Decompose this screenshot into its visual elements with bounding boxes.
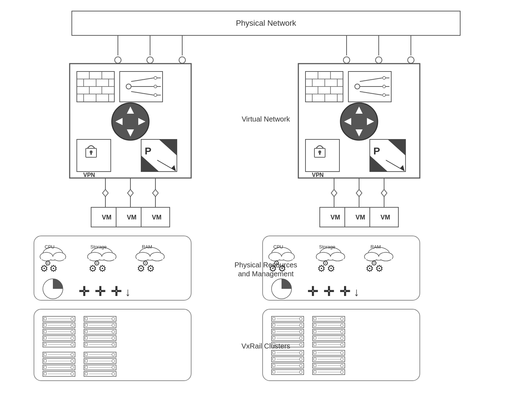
svg-point-245 — [330, 252, 345, 261]
svg-rect-176 — [305, 71, 343, 102]
svg-text:Virtual Network: Virtual Network — [242, 115, 290, 123]
svg-point-195 — [383, 76, 386, 79]
svg-rect-121 — [44, 343, 46, 346]
svg-rect-294 — [314, 330, 316, 333]
svg-rect-48 — [90, 152, 92, 155]
svg-text:P: P — [373, 145, 380, 157]
svg-point-9 — [343, 57, 350, 63]
svg-point-171 — [112, 366, 115, 369]
svg-point-252 — [364, 252, 379, 261]
svg-marker-202 — [356, 107, 363, 114]
svg-line-32 — [131, 92, 154, 95]
svg-rect-46 — [86, 148, 96, 157]
svg-text:⚙: ⚙ — [142, 259, 149, 267]
svg-point-272 — [299, 324, 302, 327]
svg-rect-141 — [85, 343, 88, 346]
svg-point-143 — [112, 343, 115, 346]
svg-rect-264 — [263, 309, 420, 381]
svg-rect-125 — [85, 317, 88, 320]
svg-rect-160 — [84, 352, 116, 357]
diagram-svg: VPN P V VM VM VM — [0, 0, 532, 415]
svg-marker-223 — [356, 189, 362, 197]
svg-rect-325 — [313, 357, 345, 362]
svg-point-82 — [91, 247, 113, 260]
svg-rect-238 — [270, 257, 293, 260]
svg-point-6 — [115, 57, 121, 63]
svg-marker-212 — [370, 139, 406, 172]
svg-point-139 — [112, 337, 115, 340]
svg-text:⚙: ⚙ — [322, 259, 329, 267]
svg-point-243 — [320, 247, 341, 260]
svg-rect-104 — [43, 316, 75, 321]
svg-rect-168 — [84, 365, 116, 370]
svg-rect-234 — [263, 236, 420, 300]
svg-point-147 — [71, 353, 74, 356]
svg-rect-322 — [314, 351, 316, 354]
svg-rect-265 — [272, 316, 304, 321]
svg-line-30 — [131, 78, 154, 81]
svg-text:CPU: CPU — [273, 244, 283, 250]
svg-text:✛: ✛ — [307, 284, 318, 299]
svg-rect-108 — [43, 323, 75, 328]
svg-rect-290 — [314, 324, 316, 326]
svg-rect-28 — [120, 71, 163, 102]
svg-point-76 — [53, 252, 66, 261]
svg-text:✛: ✛ — [95, 284, 105, 299]
svg-rect-282 — [273, 343, 275, 346]
svg-rect-313 — [272, 363, 304, 368]
svg-point-8 — [179, 57, 185, 63]
svg-rect-230 — [345, 207, 373, 227]
svg-rect-153 — [44, 366, 46, 369]
svg-point-10 — [376, 57, 382, 63]
svg-text:⚙: ⚙ — [94, 259, 100, 267]
svg-text:VPN: VPN — [312, 172, 324, 178]
svg-rect-128 — [84, 323, 116, 328]
svg-rect-206 — [356, 118, 363, 125]
svg-point-37 — [154, 94, 157, 97]
svg-marker-222 — [331, 189, 337, 197]
svg-rect-103 — [34, 309, 191, 381]
svg-marker-42 — [115, 118, 123, 125]
svg-point-328 — [340, 358, 343, 361]
svg-point-47 — [90, 150, 93, 153]
svg-point-29 — [126, 84, 131, 89]
svg-line-194 — [360, 92, 382, 95]
svg-marker-57 — [171, 165, 176, 171]
svg-marker-41 — [127, 129, 134, 137]
svg-text:P: P — [145, 145, 151, 157]
svg-point-123 — [71, 343, 74, 346]
svg-point-39 — [112, 103, 149, 140]
svg-rect-44 — [127, 118, 134, 125]
svg-text:✛: ✛ — [323, 284, 334, 299]
svg-rect-301 — [313, 342, 345, 347]
svg-point-151 — [71, 360, 74, 362]
svg-point-308 — [299, 351, 302, 354]
svg-text:RAM: RAM — [371, 244, 381, 250]
svg-marker-51 — [141, 139, 177, 172]
svg-point-155 — [71, 366, 74, 369]
svg-point-236 — [269, 252, 282, 261]
svg-point-115 — [71, 330, 74, 333]
svg-rect-45 — [77, 139, 111, 172]
svg-marker-213 — [388, 139, 406, 155]
svg-point-98 — [43, 279, 63, 299]
svg-point-35 — [154, 85, 157, 88]
svg-text:V: V — [163, 162, 168, 172]
svg-text:↓: ↓ — [125, 286, 131, 298]
svg-rect-232 — [370, 207, 398, 227]
svg-point-237 — [282, 252, 294, 261]
svg-text:⚙: ⚙ — [317, 263, 325, 274]
svg-rect-298 — [314, 337, 316, 339]
svg-point-268 — [299, 317, 302, 320]
svg-text:⚙: ⚙ — [98, 263, 106, 274]
svg-text:⚙: ⚙ — [45, 259, 51, 267]
svg-rect-321 — [313, 350, 345, 355]
svg-point-159 — [71, 372, 74, 375]
svg-text:⚙: ⚙ — [278, 263, 286, 274]
svg-rect-305 — [272, 350, 304, 355]
svg-rect-273 — [272, 329, 304, 334]
svg-marker-43 — [138, 118, 145, 125]
svg-point-288 — [340, 317, 343, 320]
svg-text:↓: ↓ — [354, 286, 359, 298]
svg-text:⚙: ⚙ — [137, 263, 145, 274]
